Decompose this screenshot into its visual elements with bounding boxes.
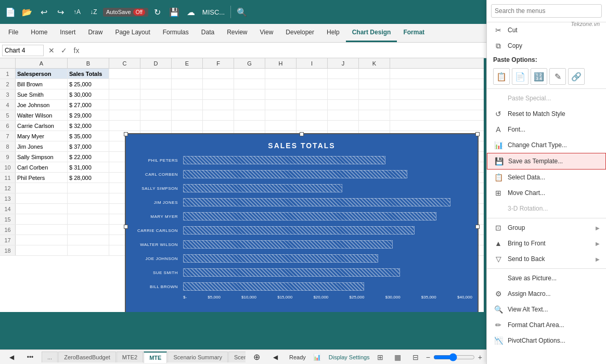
cell-a3[interactable]: Sue Smith [16, 89, 68, 99]
sheet-tab-ScenarioMgr[interactable]: ScenarioMgr [228, 352, 246, 362]
menu-item-reset-match-style[interactable]: ↺ Reset to Match Style [487, 106, 606, 122]
undo-icon[interactable]: ↩ [36, 5, 51, 19]
resize-handle-w[interactable] [124, 225, 128, 229]
menu-item-bring-to-front[interactable]: ▲ Bring to Front ▶ [487, 236, 606, 251]
cell-b17[interactable] [68, 235, 109, 245]
menu-item-group[interactable]: ⊡ Group ▶ [487, 220, 606, 236]
cell-a17[interactable] [16, 235, 68, 245]
cell-j1[interactable] [328, 69, 359, 79]
cell-j2[interactable] [328, 79, 359, 89]
cell-c6[interactable] [109, 121, 140, 131]
cell-b3[interactable]: $ 30,000 [68, 89, 109, 99]
page-layout-view-icon[interactable]: ⊟ [408, 350, 423, 365]
cell-c4[interactable] [109, 100, 140, 110]
menu-item-send-to-back[interactable]: ▽ Send to Back ▶ [487, 251, 606, 267]
cell-e5[interactable] [172, 110, 203, 120]
search-icon[interactable]: 🔍 [235, 5, 249, 19]
cell-i3[interactable] [296, 89, 328, 99]
cell-h2[interactable] [265, 79, 296, 89]
col-header-f[interactable]: F [203, 58, 234, 69]
cell-a9[interactable]: Sally Simpson [16, 152, 68, 162]
sheet-tab-ZeroBasedBudget[interactable]: ZeroBasedBudget [58, 352, 116, 362]
cell-b12[interactable] [68, 183, 109, 193]
page-mode-icon[interactable]: 📊 [310, 350, 325, 365]
tab-format[interactable]: Format [397, 24, 431, 42]
cell-e4[interactable] [172, 100, 203, 110]
col-header-a[interactable]: A [16, 58, 68, 69]
chart-container[interactable]: SALES TOTALS PHIL PETERS CARL CORBEN SAL… [125, 133, 479, 312]
cell-a1[interactable]: Salesperson [16, 69, 68, 79]
cell-g2[interactable] [234, 79, 265, 89]
cell-a13[interactable] [16, 193, 68, 203]
tab-file[interactable]: File [2, 24, 24, 42]
cell-c1[interactable] [109, 69, 140, 79]
cell-a10[interactable]: Carl Corben [16, 162, 68, 172]
cell-k1[interactable] [359, 69, 390, 79]
col-header-b[interactable]: B [68, 58, 109, 69]
cell-j4[interactable] [328, 100, 359, 110]
redo-icon[interactable]: ↪ [53, 5, 68, 19]
cell-i5[interactable] [296, 110, 328, 120]
col-header-c[interactable]: C [109, 58, 140, 69]
col-header-g[interactable]: G [234, 58, 265, 69]
cell-f6[interactable] [203, 121, 234, 131]
paste-icon-1[interactable]: 📄 [512, 68, 528, 85]
cell-k2[interactable] [359, 79, 390, 89]
resize-handle-ne[interactable] [475, 132, 480, 136]
cell-a18[interactable] [16, 245, 68, 255]
cell-b16[interactable] [68, 225, 109, 235]
expand-sheets-icon[interactable]: ••• [23, 350, 37, 365]
cell-b14[interactable] [68, 204, 109, 214]
cell-e1[interactable] [172, 69, 203, 79]
cell-h1[interactable] [265, 69, 296, 79]
menu-item-save-as-picture[interactable]: Save as Picture... [487, 270, 606, 286]
sort-asc-icon[interactable]: ↑A [70, 5, 84, 19]
cell-h6[interactable] [265, 121, 296, 131]
cell-g6[interactable] [234, 121, 265, 131]
zoom-minus[interactable]: − [426, 353, 430, 361]
display-settings-label[interactable]: Display Settings [329, 354, 370, 360]
cell-k5[interactable] [359, 110, 390, 120]
zoom-slider[interactable] [433, 353, 475, 361]
cell-a4[interactable]: Joe Johnson [16, 100, 68, 110]
cell-g5[interactable] [234, 110, 265, 120]
tab-page-layout[interactable]: Page Layout [109, 24, 156, 42]
save-icon[interactable]: 💾 [167, 5, 182, 19]
paste-icon-4[interactable]: 🔗 [568, 68, 585, 85]
cell-d1[interactable] [140, 69, 172, 79]
col-header-j[interactable]: J [328, 58, 359, 69]
cell-b7[interactable]: $ 35,000 [68, 131, 109, 141]
cell-i1[interactable] [296, 69, 328, 79]
cell-f4[interactable] [203, 100, 234, 110]
menu-item-change-chart-type[interactable]: 📊 Change Chart Type... [487, 137, 606, 153]
cell-h5[interactable] [265, 110, 296, 120]
zoom-plus[interactable]: + [478, 353, 482, 361]
cell-a2[interactable]: Bill Brown [16, 79, 68, 89]
cell-k3[interactable] [359, 89, 390, 99]
col-header-d[interactable]: D [140, 58, 172, 69]
cell-k6[interactable] [359, 121, 390, 131]
sheet-tab-Scenario-Summary[interactable]: Scenario Summary [167, 352, 228, 362]
cell-c2[interactable] [109, 79, 140, 89]
cell-e2[interactable] [172, 79, 203, 89]
col-header-i[interactable]: I [296, 58, 328, 69]
cell-a16[interactable] [16, 225, 68, 235]
add-sheet-icon[interactable]: ⊕ [250, 350, 264, 365]
cell-c5[interactable] [109, 110, 140, 120]
cell-f2[interactable] [203, 79, 234, 89]
menu-item-select-data[interactable]: 📋 Select Data... [487, 170, 606, 185]
tab-insert[interactable]: Insert [54, 24, 82, 42]
sheet-tab-...[interactable]: ... [42, 352, 58, 362]
menu-item-assign-macro[interactable]: ⚙ Assign Macro... [487, 286, 606, 302]
formula-fx-btn[interactable]: fx [71, 45, 82, 56]
cell-g4[interactable] [234, 100, 265, 110]
cell-b5[interactable]: $ 29,000 [68, 110, 109, 120]
menu-item-move-chart[interactable]: ⊞ Move Chart... [487, 185, 606, 201]
cell-d4[interactable] [140, 100, 172, 110]
cell-a11[interactable]: Phil Peters [16, 173, 68, 183]
cell-i6[interactable] [296, 121, 328, 131]
cell-i2[interactable] [296, 79, 328, 89]
sheet-tab-MTE[interactable]: MTE [144, 352, 167, 363]
cell-f5[interactable] [203, 110, 234, 120]
cell-b4[interactable]: $ 27,000 [68, 100, 109, 110]
